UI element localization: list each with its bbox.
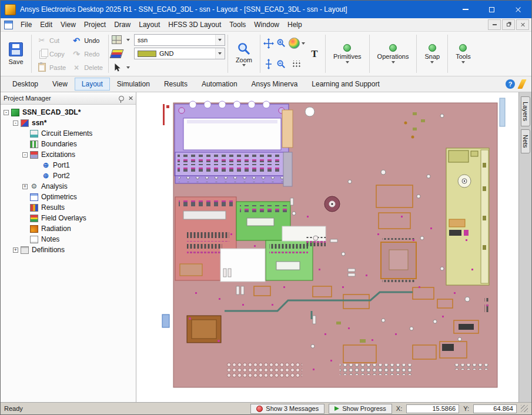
tools-button[interactable]: Tools [450,33,476,75]
operations-button[interactable]: Operations [372,33,414,75]
tab-layout[interactable]: Layout [75,78,110,91]
tree-item-port1[interactable]: ⊕ Port1 [1,160,136,170]
text-tool-button[interactable]: T [306,45,323,63]
tab-nets[interactable]: Nets [521,129,530,153]
menu-hfss-3d-layout[interactable]: HFSS 3D Layout [164,18,225,31]
move-button[interactable] [263,38,275,49]
zoom-out-button[interactable] [276,59,287,70]
app-logo-icon [5,4,16,15]
panel-close-icon[interactable] [128,96,133,101]
tab-view[interactable]: View [45,78,75,91]
show-progress-button[interactable]: Show Progress [329,404,392,414]
tab-ansys-minerva[interactable]: Ansys Minerva [245,78,305,91]
child-restore-button[interactable] [502,19,515,30]
layer-selector[interactable]: ssn [134,34,225,46]
redo-button[interactable]: ↷ Redo [69,48,106,60]
help-button[interactable]: ? [506,79,515,89]
tree-item-label: SSN_ECAD_3DL* [22,108,81,116]
show-messages-button[interactable]: Show 3 Messages [250,404,324,414]
close-button[interactable] [505,1,531,18]
menu-file[interactable]: File [16,18,36,31]
definitions-icon [21,246,29,254]
child-window-controls [488,19,531,30]
tree-item-design-ssn[interactable]: - ssn* [1,118,136,128]
net-selector-value: GND [159,50,173,57]
grid-toggle-button[interactable] [289,59,305,70]
color-sphere-button[interactable] [289,38,305,49]
menu-help[interactable]: Help [283,18,306,31]
menu-edit[interactable]: Edit [36,18,56,31]
menu-window[interactable]: Window [250,18,283,31]
tree-expander[interactable]: + [13,247,18,253]
menu-layout[interactable]: Layout [135,18,164,31]
combo-chevron[interactable] [215,48,225,59]
tree-item-optimetrics[interactable]: Optimetrics [1,192,136,202]
layout-canvas[interactable] [136,92,518,402]
tree-item-results[interactable]: Results [1,202,136,213]
menu-project[interactable]: Project [80,18,110,31]
paste-button[interactable]: Paste [34,62,69,73]
port-icon: ⊕ [42,162,50,169]
minimize-button[interactable] [452,1,479,18]
combo-chevron[interactable] [215,35,225,45]
ansys-logo-icon [517,79,526,89]
tree-item-port2[interactable]: ⊕ Port2 [1,170,136,181]
delete-button[interactable]: × Delete [69,62,106,73]
tree-item-notes[interactable]: Notes [1,234,136,245]
main-toolbar: Save ✂ Cut Copy Paste ↶ Undo ↷ [1,32,531,76]
tree-expander[interactable]: - [4,110,9,115]
undo-button[interactable]: ↶ Undo [69,35,106,46]
layer-stack-icon [110,49,124,58]
tree-item-project[interactable]: - SSN_ECAD_3DL* [1,107,136,118]
cursor-mode-dropdown[interactable] [125,62,132,73]
layer-stack-button[interactable] [111,48,123,59]
child-close-button[interactable] [516,19,529,30]
tree-item-field-overlays[interactable]: Field Overlays [1,213,136,223]
color-sphere-icon [289,38,300,49]
save-button[interactable]: Save [3,33,29,75]
tree-item-circuit-elements[interactable]: Circuit Elements [1,128,136,139]
tab-learning-and-support[interactable]: Learning and Support [305,78,386,91]
tab-simulation[interactable]: Simulation [110,78,157,91]
menu-draw[interactable]: Draw [110,18,135,31]
copy-button[interactable]: Copy [34,48,69,60]
menu-tools[interactable]: Tools [225,18,250,31]
layer-grid-button[interactable] [111,34,123,45]
resize-grip[interactable] [521,405,528,412]
tab-results[interactable]: Results [157,78,195,91]
zoom-icon [237,42,251,56]
vertical-scrollbar-thumb[interactable] [500,98,505,126]
tab-automation[interactable]: Automation [195,78,245,91]
tree-item-radiation[interactable]: Radiation [1,223,136,234]
primitives-button[interactable]: Primitives [328,33,367,75]
tab-layers[interactable]: Layers [521,96,530,126]
pan-vertical-button[interactable] [263,59,275,70]
tools-label: Tools [456,53,471,60]
zoom-out-icon [276,59,286,69]
tree-item-boundaries[interactable]: Boundaries [1,139,136,149]
zoom-button[interactable]: Zoom [230,33,257,75]
tree-item-analysis[interactable]: + ⚙ Analysis [1,181,136,192]
zoom-in-button[interactable] [276,38,287,49]
tab-desktop[interactable]: Desktop [5,78,45,91]
maximize-button[interactable] [479,1,505,18]
select-cursor-button[interactable] [111,62,123,73]
separator [31,35,32,73]
layer-grid-dropdown[interactable] [125,35,132,45]
grid-dots-icon [292,61,302,68]
tree-expander[interactable]: - [13,121,18,126]
pin-icon[interactable] [119,96,124,101]
snap-button[interactable]: Snap [419,33,445,75]
net-selector[interactable]: GND [134,48,225,59]
cursor-icon [112,63,122,72]
tree-item-definitions[interactable]: + Definitions [1,245,136,255]
tree-item-label: Circuit Elements [41,129,92,138]
child-minimize-button[interactable] [488,19,501,30]
cut-button[interactable]: ✂ Cut [34,35,69,46]
tree-item-label: Port2 [53,172,70,180]
menu-view[interactable]: View [56,18,80,31]
tree-item-excitations[interactable]: - Excitations [1,149,136,160]
tree-expander[interactable]: + [22,184,28,189]
redo-icon: ↷ [72,49,81,59]
tree-expander[interactable]: - [22,152,28,158]
